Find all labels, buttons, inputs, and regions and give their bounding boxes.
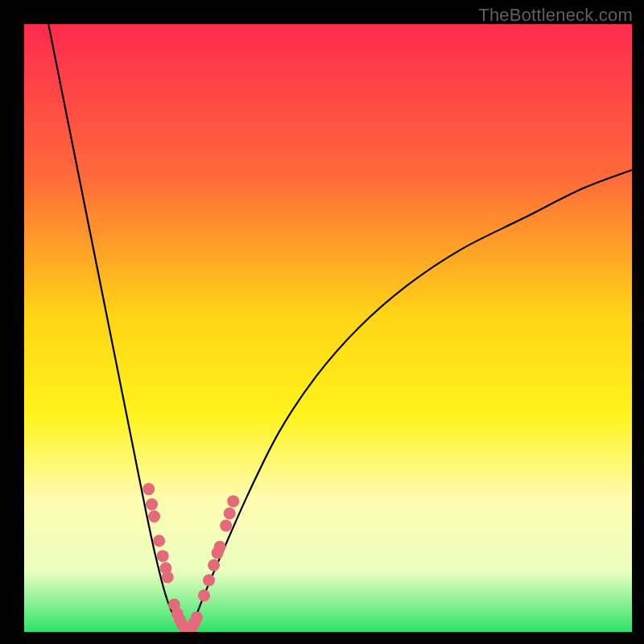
plot-area: [24, 24, 632, 632]
data-marker: [198, 589, 210, 601]
chart-frame: TheBottleneck.com: [0, 0, 644, 644]
attribution-watermark: TheBottleneck.com: [478, 5, 633, 26]
data-marker: [148, 510, 160, 522]
data-marker: [220, 519, 232, 531]
data-marker: [224, 507, 236, 519]
data-marker: [162, 572, 174, 584]
data-marker: [157, 550, 169, 562]
data-marker: [142, 483, 155, 495]
chart-svg: [24, 24, 632, 632]
data-marker: [227, 495, 239, 507]
data-marker: [214, 541, 226, 553]
gradient-background: [24, 24, 632, 632]
data-marker: [191, 611, 203, 623]
data-marker: [146, 498, 158, 510]
data-marker: [208, 559, 220, 571]
data-marker: [153, 535, 165, 547]
data-marker: [203, 574, 215, 586]
